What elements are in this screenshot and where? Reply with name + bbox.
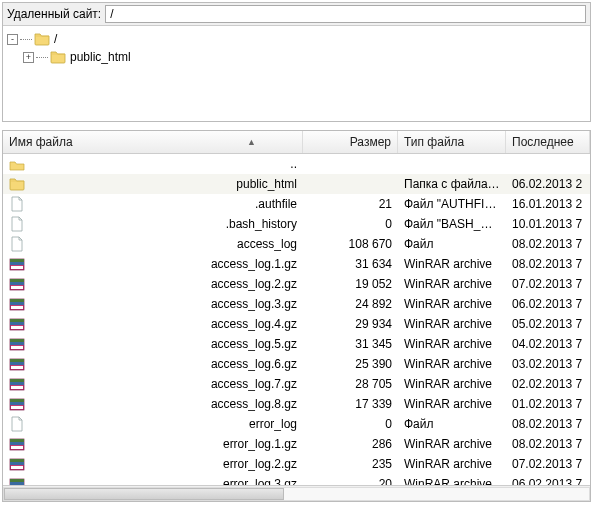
cell-size: 29 934 — [303, 317, 398, 331]
remote-panel: Удаленный сайт: - / + public_html — [2, 2, 591, 122]
cell-name: access_log — [3, 236, 303, 252]
cell-size: 24 892 — [303, 297, 398, 311]
cell-size: 0 — [303, 417, 398, 431]
cell-size: 286 — [303, 437, 398, 451]
tree-connector — [20, 39, 32, 40]
cell-name: access_log.8.gz — [3, 396, 303, 412]
table-row[interactable]: public_htmlПапка с файлами06.02.2013 2 — [3, 174, 590, 194]
cell-date: 05.02.2013 7 — [506, 317, 590, 331]
cell-size: 31 345 — [303, 337, 398, 351]
cell-size: 25 390 — [303, 357, 398, 371]
table-row[interactable]: access_log.6.gz25 390WinRAR archive03.02… — [3, 354, 590, 374]
cell-size: 108 670 — [303, 237, 398, 251]
cell-date: 01.02.2013 7 — [506, 397, 590, 411]
file-name-label: error_log.3.gz — [223, 477, 297, 485]
rar-icon — [9, 396, 25, 412]
remote-tree[interactable]: - / + public_html — [3, 26, 590, 121]
cell-type: Файл "AUTHFILE" — [398, 197, 506, 211]
file-name-label: access_log.5.gz — [211, 337, 297, 351]
cell-name: public_html — [3, 176, 303, 192]
table-row[interactable]: error_log.1.gz286WinRAR archive08.02.201… — [3, 434, 590, 454]
cell-size: 28 705 — [303, 377, 398, 391]
cell-type: WinRAR archive — [398, 277, 506, 291]
cell-size: 21 — [303, 197, 398, 211]
rar-icon — [9, 476, 25, 485]
table-row[interactable]: access_log.8.gz17 339WinRAR archive01.02… — [3, 394, 590, 414]
table-row[interactable]: access_log.5.gz31 345WinRAR archive04.02… — [3, 334, 590, 354]
cell-type: WinRAR archive — [398, 477, 506, 485]
tree-child-row[interactable]: + public_html — [7, 48, 588, 66]
column-header-type[interactable]: Тип файла — [398, 131, 506, 153]
table-row[interactable]: .. — [3, 154, 590, 174]
cell-name: .authfile — [3, 196, 303, 212]
rar-icon — [9, 456, 25, 472]
rar-icon — [9, 316, 25, 332]
scrollbar-thumb[interactable] — [4, 488, 284, 500]
cell-date: 08.02.2013 7 — [506, 437, 590, 451]
file-list-panel: Имя файла ▲ Размер Тип файла Последнее .… — [2, 130, 591, 502]
cell-name: access_log.4.gz — [3, 316, 303, 332]
file-name-label: access_log.4.gz — [211, 317, 297, 331]
collapse-icon[interactable]: - — [7, 34, 18, 45]
column-header-size[interactable]: Размер — [303, 131, 398, 153]
table-row[interactable]: access_log.7.gz28 705WinRAR archive02.02… — [3, 374, 590, 394]
cell-name: .. — [3, 156, 303, 172]
remote-site-label: Удаленный сайт: — [7, 7, 101, 21]
cell-size: 235 — [303, 457, 398, 471]
cell-date: 16.01.2013 2 — [506, 197, 590, 211]
file-name-label: .bash_history — [226, 217, 297, 231]
remote-path-input[interactable] — [105, 5, 586, 23]
cell-date: 08.02.2013 7 — [506, 237, 590, 251]
table-row[interactable]: .authfile21Файл "AUTHFILE"16.01.2013 2 — [3, 194, 590, 214]
cell-date: 06.02.2013 7 — [506, 477, 590, 485]
scrollbar-track[interactable] — [3, 487, 590, 501]
cell-name: error_log.3.gz — [3, 476, 303, 485]
rar-icon — [9, 376, 25, 392]
folder-icon — [34, 31, 50, 47]
parent-icon — [9, 156, 25, 172]
cell-type: Файл — [398, 237, 506, 251]
cell-type: WinRAR archive — [398, 257, 506, 271]
remote-path-bar: Удаленный сайт: — [3, 3, 590, 26]
table-row[interactable]: access_log.2.gz19 052WinRAR archive07.02… — [3, 274, 590, 294]
cell-type: WinRAR archive — [398, 457, 506, 471]
file-icon — [9, 216, 25, 232]
file-list[interactable]: ..public_htmlПапка с файлами06.02.2013 2… — [3, 154, 590, 485]
rar-icon — [9, 296, 25, 312]
tree-root-label: / — [52, 32, 59, 46]
cell-date: 07.02.2013 7 — [506, 457, 590, 471]
table-row[interactable]: access_log.1.gz31 634WinRAR archive08.02… — [3, 254, 590, 274]
table-row[interactable]: error_log.3.gz20WinRAR archive06.02.2013… — [3, 474, 590, 485]
table-row[interactable]: access_log.3.gz24 892WinRAR archive06.02… — [3, 294, 590, 314]
rar-icon — [9, 356, 25, 372]
expand-icon[interactable]: + — [23, 52, 34, 63]
cell-date: 06.02.2013 7 — [506, 297, 590, 311]
file-name-label: access_log.3.gz — [211, 297, 297, 311]
table-row[interactable]: access_log108 670Файл08.02.2013 7 — [3, 234, 590, 254]
cell-type: Файл — [398, 417, 506, 431]
cell-type: Файл "BASH_HIST... — [398, 217, 506, 231]
column-header-date[interactable]: Последнее — [506, 131, 590, 153]
cell-name: .bash_history — [3, 216, 303, 232]
file-icon — [9, 196, 25, 212]
rar-icon — [9, 336, 25, 352]
file-name-label: .. — [290, 157, 297, 171]
tree-root-row[interactable]: - / — [7, 30, 588, 48]
table-row[interactable]: access_log.4.gz29 934WinRAR archive05.02… — [3, 314, 590, 334]
table-row[interactable]: .bash_history0Файл "BASH_HIST...10.01.20… — [3, 214, 590, 234]
cell-size: 31 634 — [303, 257, 398, 271]
table-row[interactable]: error_log.2.gz235WinRAR archive07.02.201… — [3, 454, 590, 474]
file-name-label: error_log.1.gz — [223, 437, 297, 451]
cell-name: access_log.3.gz — [3, 296, 303, 312]
cell-date: 08.02.2013 7 — [506, 257, 590, 271]
table-row[interactable]: error_log0Файл08.02.2013 7 — [3, 414, 590, 434]
cell-type: WinRAR archive — [398, 357, 506, 371]
cell-date: 02.02.2013 7 — [506, 377, 590, 391]
file-name-label: access_log.6.gz — [211, 357, 297, 371]
horizontal-scrollbar[interactable] — [3, 485, 590, 501]
cell-date: 06.02.2013 2 — [506, 177, 590, 191]
cell-name: access_log.6.gz — [3, 356, 303, 372]
cell-date: 04.02.2013 7 — [506, 337, 590, 351]
column-header-name[interactable]: Имя файла ▲ — [3, 131, 303, 153]
cell-name: access_log.5.gz — [3, 336, 303, 352]
